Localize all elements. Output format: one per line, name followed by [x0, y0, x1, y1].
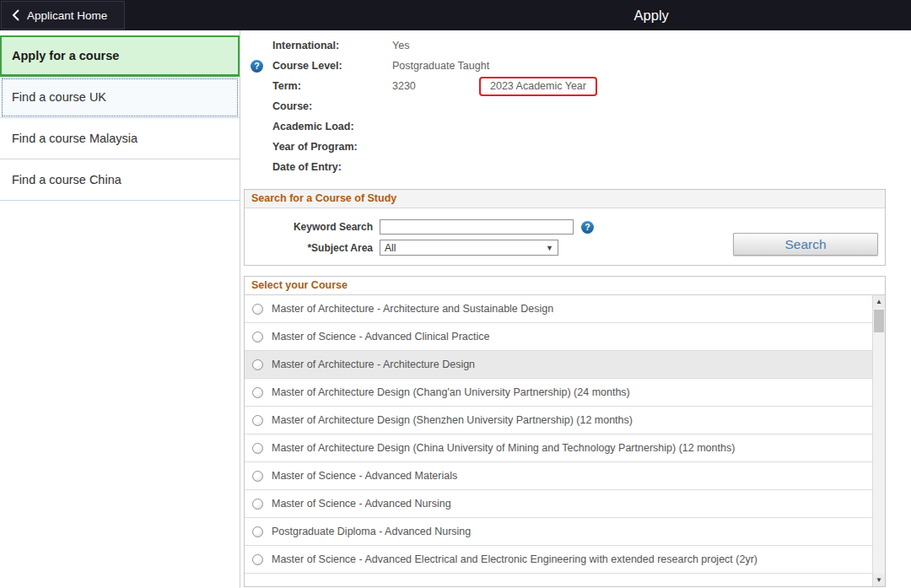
radio-button-icon[interactable] — [252, 443, 263, 454]
field-label: Course Level: — [272, 60, 392, 72]
sidebar-item-apply-for-a-course[interactable]: Apply for a course — [0, 35, 240, 77]
scrollbar-thumb[interactable] — [874, 310, 884, 332]
field-value: Yes — [392, 40, 409, 51]
radio-button-icon[interactable] — [252, 554, 263, 565]
term-highlight: 2023 Academic Year — [479, 77, 597, 96]
search-panel: Search for a Course of Study Keyword Sea… — [244, 189, 886, 266]
field-label: Date of Entry: — [272, 161, 392, 173]
course-option-label: Master of Science - Advanced Nursing — [272, 498, 451, 510]
field-label: International: — [272, 40, 392, 51]
summary-field-row: ? International: Yes — [251, 35, 911, 56]
summary-field-row: ? Term: 3230 2023 Academic Year — [251, 76, 911, 96]
scrollbar-down-arrow-icon[interactable]: ▼ — [873, 574, 885, 586]
course-option-row[interactable]: Master of Science - Advanced Materials — [245, 462, 872, 490]
radio-button-icon[interactable] — [252, 332, 263, 343]
main-area: ? International: Yes ? Course Level: Pos… — [240, 30, 911, 588]
page-title: Apply — [634, 8, 669, 24]
back-chevron-icon — [12, 9, 19, 21]
course-option-row[interactable]: Master of Architecture Design (Shenzhen … — [245, 407, 872, 434]
content-layout: Apply for a course Find a course UK Find… — [0, 30, 911, 588]
subject-area-selected-value: All — [385, 242, 396, 254]
field-label: Term: — [272, 80, 392, 92]
select-dropdown-arrow-icon: ▼ — [546, 244, 553, 252]
help-slot: ? — [251, 100, 272, 113]
field-label: Academic Load: — [272, 121, 392, 132]
course-option-label: Master of Science - Advanced Clinical Pr… — [272, 331, 489, 343]
subject-area-select[interactable]: All ▼ — [380, 240, 558, 256]
course-option-row[interactable]: Master of Architecture Design (Chang'an … — [245, 379, 872, 407]
help-icon[interactable]: ? — [251, 60, 263, 73]
back-button-label: Applicant Home — [27, 9, 107, 22]
course-option-label: Master of Architecture Design (Shenzhen … — [272, 414, 633, 426]
top-bar: Applicant Home Apply — [0, 0, 911, 30]
help-slot: ? — [251, 161, 272, 174]
help-slot: ? — [251, 80, 272, 93]
course-option-label: Postgraduate Diploma - Advanced Nursing — [272, 526, 471, 537]
sidebar-item-find-a-course-uk[interactable]: Find a course UK — [0, 77, 240, 118]
back-button[interactable]: Applicant Home — [1, 1, 125, 30]
scrollbar-up-arrow-icon[interactable]: ▲ — [873, 295, 885, 308]
course-option-label: Master of Architecture Design (China Uni… — [272, 442, 735, 454]
help-slot: ? — [251, 60, 272, 73]
course-option-label: Master of Science - Advanced Materials — [272, 470, 457, 482]
radio-button-icon[interactable] — [252, 526, 263, 537]
course-list-rows: Master of Architecture - Architecture an… — [245, 295, 872, 574]
course-panel-title: Select your Course — [245, 277, 885, 295]
sidebar: Apply for a course Find a course UK Find… — [0, 30, 240, 588]
term-description: 2023 Academic Year — [490, 80, 586, 92]
search-button-label: Search — [784, 237, 826, 252]
summary-panel: ? International: Yes ? Course Level: Pos… — [251, 35, 911, 177]
course-option-label: Master of Architecture - Architecture De… — [272, 359, 475, 370]
field-label: Year of Program: — [272, 141, 392, 153]
course-list: Master of Architecture - Architecture an… — [245, 295, 885, 586]
radio-button-icon[interactable] — [252, 359, 263, 370]
keyword-search-input[interactable] — [380, 219, 574, 235]
help-slot: ? — [251, 40, 272, 52]
course-option-label: Master of Architecture Design (Chang'an … — [272, 386, 630, 398]
summary-field-row: ? Year of Program: — [251, 137, 911, 157]
field-value: 3230 — [392, 80, 479, 92]
course-list-scrollbar[interactable]: ▲ ▼ — [872, 295, 885, 586]
keyword-help-icon[interactable]: ? — [581, 221, 594, 234]
course-option-row[interactable]: Master of Science - Advanced Nursing — [245, 490, 872, 518]
course-option-row[interactable]: Master of Architecture Design (China Uni… — [245, 434, 872, 462]
course-option-row[interactable]: Master of Architecture - Architecture De… — [245, 351, 872, 379]
course-panel: Select your Course Master of Architectur… — [244, 276, 886, 587]
field-label: Course: — [272, 100, 392, 112]
course-option-row[interactable]: Postgraduate Diploma - Advanced Nursing — [245, 518, 872, 546]
radio-button-icon[interactable] — [252, 387, 263, 398]
search-panel-title: Search for a Course of Study — [245, 190, 885, 208]
course-option-row[interactable]: Master of Science - Advanced Clinical Pr… — [245, 323, 872, 351]
sidebar-item-label: Find a course UK — [12, 90, 106, 104]
field-value: Postgraduate Taught — [392, 60, 489, 72]
radio-button-icon[interactable] — [252, 415, 263, 426]
radio-button-icon[interactable] — [252, 304, 263, 315]
subject-area-label: *Subject Area — [245, 242, 380, 254]
radio-button-icon[interactable] — [252, 499, 263, 510]
keyword-search-label: Keyword Search — [245, 221, 380, 233]
search-panel-body: Keyword Search ? *Subject Area All ▼ Sea… — [245, 208, 885, 265]
summary-field-row: ? Course Level: Postgraduate Taught — [251, 56, 911, 76]
summary-field-row: ? Date of Entry: — [251, 157, 911, 177]
sidebar-item-label: Apply for a course — [12, 49, 119, 62]
summary-field-row: ? Academic Load: — [251, 116, 911, 137]
course-option-label: Master of Architecture - Architecture an… — [272, 303, 553, 315]
sidebar-item-find-a-course-malaysia[interactable]: Find a course Malaysia — [0, 118, 240, 159]
radio-button-icon[interactable] — [252, 471, 263, 482]
sidebar-item-label: Find a course Malaysia — [12, 132, 137, 145]
course-option-row[interactable]: Master of Architecture - Architecture an… — [245, 295, 872, 323]
summary-field-row: ? Course: — [251, 96, 911, 116]
sidebar-item-label: Find a course China — [12, 173, 121, 186]
help-slot: ? — [251, 141, 272, 154]
course-option-label: Master of Science - Advanced Electrical … — [272, 553, 757, 565]
course-option-row[interactable]: Master of Science - Advanced Electrical … — [245, 546, 872, 574]
sidebar-item-find-a-course-china[interactable]: Find a course China — [0, 159, 240, 201]
search-button[interactable]: Search — [733, 233, 878, 256]
help-slot: ? — [251, 121, 272, 133]
